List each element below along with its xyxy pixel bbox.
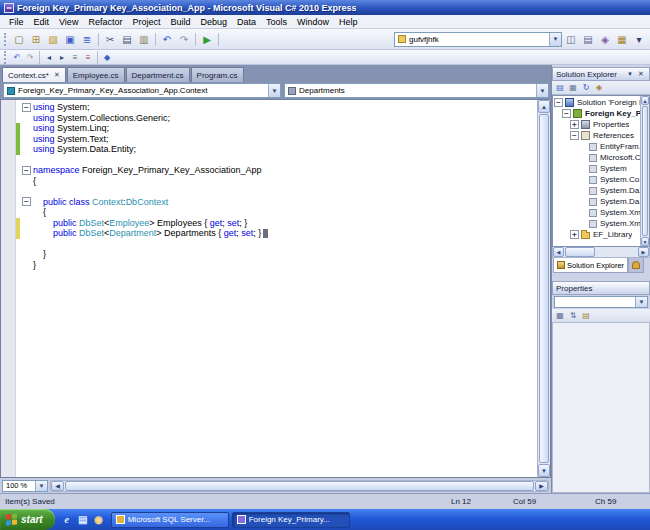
code-line[interactable]: } [16, 260, 537, 271]
tab-department-cs[interactable]: Department.cs [126, 67, 190, 82]
code-line[interactable]: } [16, 249, 537, 260]
add-new-item-icon[interactable]: ⊞ [28, 31, 44, 47]
tree-item-references[interactable]: −References [553, 130, 640, 141]
code-text[interactable]: using System; [33, 102, 90, 113]
close-icon[interactable]: ✕ [54, 71, 60, 79]
scroll-down-icon[interactable]: ▼ [641, 237, 649, 246]
new-project-icon[interactable]: ▢ [11, 31, 27, 47]
code-text[interactable]: public class Context:DbContext [33, 197, 168, 208]
chevron-down-icon[interactable]: ▼ [268, 84, 280, 97]
panel-tab-solution-explorer[interactable]: Solution Explorer [553, 258, 628, 273]
code-text[interactable]: public DbSet<Employee> Employees { get; … [33, 218, 247, 229]
menu-help[interactable]: Help [334, 16, 363, 28]
code-line[interactable] [16, 239, 537, 250]
code-line[interactable]: −namespace Foreign_Key_Primary_Key_Assoc… [16, 165, 537, 176]
show-desktop-icon[interactable]: ▤ [76, 513, 90, 527]
toolbox-icon[interactable]: ▦ [614, 31, 630, 47]
tree-item-ef-library[interactable]: +EF_Library [553, 229, 640, 240]
menu-edit[interactable]: Edit [29, 16, 55, 28]
internet-explorer-icon[interactable]: e [60, 513, 74, 527]
tree-item-system-co[interactable]: System.Co... [553, 174, 640, 185]
code-text[interactable]: using System.Collections.Generic; [33, 113, 170, 124]
collapse-icon[interactable]: − [554, 98, 563, 107]
tree-item-system-da[interactable]: System.Da... [553, 196, 640, 207]
open-file-icon[interactable]: ▨ [45, 31, 61, 47]
tab-context-cs[interactable]: Context.cs*✕ [2, 67, 66, 82]
categorized-icon[interactable]: ▦ [554, 310, 566, 322]
code-line[interactable] [16, 186, 537, 197]
code-line[interactable]: −using System; [16, 102, 537, 113]
menu-refactor[interactable]: Refactor [83, 16, 127, 28]
taskbar-task-foreign-key-primary[interactable]: Foreign Key_Primary... [232, 512, 350, 528]
tab-program-cs[interactable]: Program.cs [191, 67, 244, 82]
navigate-backward-icon[interactable]: ↶ [11, 51, 23, 63]
solution-explorer-icon[interactable]: ◫ [563, 31, 579, 47]
scrollbar-track[interactable] [596, 247, 638, 257]
media-player-icon[interactable]: ◉ [92, 513, 106, 527]
code-line[interactable]: using System.Linq; [16, 123, 537, 134]
solution-tree[interactable]: −Solution 'Foreign Key_−Foreign Key_Pri+… [553, 96, 640, 246]
indicator-margin[interactable] [1, 100, 16, 477]
cut-icon[interactable]: ✂ [102, 31, 118, 47]
uncomment-lines-icon[interactable]: ≡ [82, 51, 94, 63]
properties-window-icon[interactable]: ▤ [580, 31, 596, 47]
code-text[interactable]: } [33, 260, 36, 271]
start-button[interactable]: start [0, 509, 55, 530]
window-position-icon[interactable]: ▾ [625, 69, 635, 79]
menu-tools[interactable]: Tools [261, 16, 292, 28]
undo-icon[interactable]: ↶ [159, 31, 175, 47]
tree-item-foreign-key-pri[interactable]: −Foreign Key_Pri [553, 108, 640, 119]
code-text[interactable]: public DbSet<Department> Departments { g… [33, 228, 268, 239]
scroll-right-icon[interactable]: ▶ [638, 247, 649, 257]
menu-file[interactable]: File [4, 16, 29, 28]
types-dropdown[interactable]: Foreign_Key_Primary_Key_Association_App.… [3, 83, 281, 98]
toolbar-options-icon[interactable]: ▾ [631, 31, 647, 47]
property-pages-icon[interactable]: ▤ [580, 310, 592, 322]
scroll-up-icon[interactable]: ▲ [538, 100, 550, 113]
properties-icon[interactable]: ▤ [554, 82, 566, 94]
code-text[interactable]: namespace Foreign_Key_Primary_Key_Associ… [33, 165, 262, 176]
comment-lines-icon[interactable]: ≡ [69, 51, 81, 63]
editor-horizontal-scrollbar[interactable]: ◀ ▶ [50, 480, 549, 492]
code-text[interactable]: using System.Text; [33, 134, 109, 145]
code-text[interactable]: using System.Linq; [33, 123, 109, 134]
code-line[interactable]: − public class Context:DbContext [16, 197, 537, 208]
code-text[interactable]: { [33, 176, 36, 187]
code-line[interactable]: public DbSet<Employee> Employees { get; … [16, 218, 537, 229]
chevron-down-icon[interactable]: ▼ [635, 297, 647, 307]
menu-build[interactable]: Build [165, 16, 195, 28]
navigate-forward-icon[interactable]: ↷ [24, 51, 36, 63]
code-line[interactable]: { [16, 207, 537, 218]
chevron-down-icon[interactable]: ▼ [35, 481, 47, 491]
start-debugging-icon[interactable]: ▶ [199, 31, 215, 47]
tree-item-system[interactable]: System [553, 163, 640, 174]
menu-view[interactable]: View [54, 16, 83, 28]
paste-icon[interactable]: ▥ [136, 31, 152, 47]
tree-item-properties[interactable]: +Properties [553, 119, 640, 130]
tree-item-system-da[interactable]: System.Da... [553, 185, 640, 196]
code-text[interactable]: } [33, 249, 46, 260]
properties-object-combo[interactable]: ▼ [554, 296, 648, 308]
tab-employee-cs[interactable]: Employee.cs [67, 67, 125, 82]
menu-data[interactable]: Data [232, 16, 261, 28]
show-all-files-icon[interactable]: ▦ [567, 82, 579, 94]
menu-window[interactable]: Window [292, 16, 334, 28]
code-line[interactable]: public DbSet<Department> Departments { g… [16, 228, 537, 239]
taskbar-task-microsoft-sql-server[interactable]: Microsoft SQL Server... [111, 512, 229, 528]
scroll-up-icon[interactable]: ▲ [641, 96, 649, 105]
zoom-select[interactable]: 100 % ▼ [2, 480, 48, 492]
close-icon[interactable]: ✕ [636, 69, 646, 79]
bookmark-icon[interactable]: ◆ [101, 51, 113, 63]
code-line[interactable] [16, 155, 537, 166]
save-all-icon[interactable]: ≣ [79, 31, 95, 47]
fold-toggle-icon[interactable]: − [22, 197, 31, 206]
members-dropdown[interactable]: Departments ▼ [284, 83, 549, 98]
scrollbar-thumb[interactable] [65, 481, 534, 491]
scroll-left-icon[interactable]: ◀ [553, 247, 564, 257]
scrollbar-thumb[interactable] [539, 114, 549, 463]
code-line[interactable]: { [16, 176, 537, 187]
code-line[interactable]: using System.Text; [16, 134, 537, 145]
scroll-left-icon[interactable]: ◀ [51, 481, 64, 491]
decrease-indent-icon[interactable]: ◂ [43, 51, 55, 63]
save-icon[interactable]: ▣ [62, 31, 78, 47]
